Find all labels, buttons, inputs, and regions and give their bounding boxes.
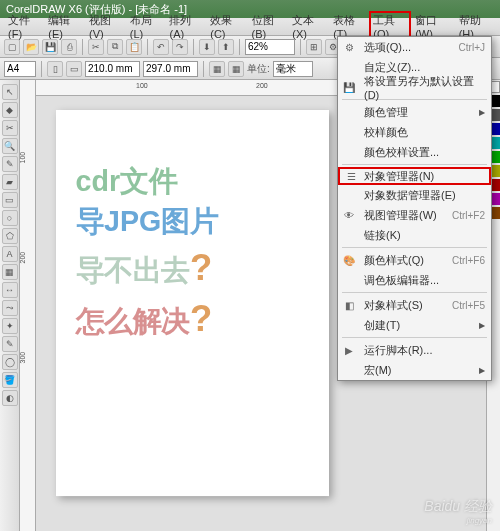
table-tool-icon[interactable]: ▦ bbox=[2, 264, 18, 280]
shape-tool-icon[interactable]: ◆ bbox=[2, 102, 18, 118]
menu-bitmap[interactable]: 位图(B) bbox=[248, 11, 289, 42]
menu-layout[interactable]: 布局(L) bbox=[126, 11, 166, 42]
menu-item-options[interactable]: ⚙ 选项(Q)... Ctrl+J bbox=[338, 37, 491, 57]
cut-icon[interactable]: ✂ bbox=[88, 39, 104, 55]
separator bbox=[193, 39, 194, 55]
style-icon: ◧ bbox=[342, 298, 356, 312]
question-mark: ? bbox=[190, 247, 212, 287]
menu-item-object-styles[interactable]: ◧ 对象样式(S) Ctrl+F5 bbox=[338, 295, 491, 315]
orientation-landscape-icon[interactable]: ▭ bbox=[66, 61, 82, 77]
dimension-tool-icon[interactable]: ↔ bbox=[2, 282, 18, 298]
menu-item-object-manager[interactable]: ☰ 对象管理器(N) bbox=[338, 167, 491, 185]
page-height-input[interactable] bbox=[143, 61, 198, 77]
page-icon2[interactable]: ▦ bbox=[228, 61, 244, 77]
menu-separator bbox=[342, 337, 487, 338]
ruler-tick: 200 bbox=[256, 82, 268, 89]
menu-item-run-script[interactable]: ▶ 运行脚本(R)... bbox=[338, 340, 491, 360]
paste-icon[interactable]: 📋 bbox=[126, 39, 142, 55]
menu-item-proof-settings[interactable]: 颜色校样设置... bbox=[338, 142, 491, 162]
text-tool-icon[interactable]: A bbox=[2, 246, 18, 262]
menu-bar: 文件(F) 编辑(E) 视图(V) 布局(L) 排列(A) 效果(C) 位图(B… bbox=[0, 18, 500, 36]
separator bbox=[203, 61, 204, 77]
ruler-tick: 100 bbox=[19, 152, 26, 164]
text-line-2: 导JPG图片 bbox=[76, 202, 310, 242]
menu-edit[interactable]: 编辑(E) bbox=[44, 11, 85, 42]
page-width-input[interactable] bbox=[85, 61, 140, 77]
pick-tool-icon[interactable]: ↖ bbox=[2, 84, 18, 100]
palette-icon: 🎨 bbox=[342, 253, 356, 267]
menu-item-view-manager[interactable]: 👁 视图管理器(W) Ctrl+F2 bbox=[338, 205, 491, 225]
ruler-tick: 100 bbox=[136, 82, 148, 89]
text-line-4: 怎么解决? bbox=[76, 293, 310, 344]
new-icon[interactable]: ▢ bbox=[4, 39, 20, 55]
separator bbox=[82, 39, 83, 55]
effects-tool-icon[interactable]: ✦ bbox=[2, 318, 18, 334]
fill-tool-icon[interactable]: 🪣 bbox=[2, 372, 18, 388]
menu-text[interactable]: 文本(X) bbox=[288, 11, 329, 42]
units-label: 单位: bbox=[247, 62, 270, 76]
layers-icon: ☰ bbox=[344, 169, 358, 183]
menu-item-color-styles[interactable]: 🎨 颜色样式(Q) Ctrl+F6 bbox=[338, 250, 491, 270]
menu-item-proof-color[interactable]: 校样颜色 bbox=[338, 122, 491, 142]
menu-separator bbox=[342, 292, 487, 293]
menu-item-color-management[interactable]: 颜色管理 ▶ bbox=[338, 102, 491, 122]
toolbox: ↖ ◆ ✂ 🔍 ✎ ▰ ▭ ○ ⬠ A ▦ ↔ ⤳ ✦ ✎ ◯ 🪣 ◐ bbox=[0, 80, 20, 531]
menu-item-macro[interactable]: 宏(M) ▶ bbox=[338, 360, 491, 380]
tools-menu-dropdown: ⚙ 选项(Q)... Ctrl+J 自定义(Z)... 💾 将设置另存为默认设置… bbox=[337, 36, 492, 381]
crop-tool-icon[interactable]: ✂ bbox=[2, 120, 18, 136]
connector-tool-icon[interactable]: ⤳ bbox=[2, 300, 18, 316]
ruler-tick: 200 bbox=[19, 252, 26, 264]
menu-arrange[interactable]: 排列(A) bbox=[165, 11, 206, 42]
chevron-right-icon: ▶ bbox=[479, 366, 485, 375]
menu-item-save-default[interactable]: 💾 将设置另存为默认设置(D) bbox=[338, 77, 491, 97]
page-content: cdr文件 导JPG图片 导不出去? 怎么解决? bbox=[56, 110, 329, 396]
print-icon[interactable]: ⎙ bbox=[61, 39, 77, 55]
page-size-select[interactable] bbox=[4, 61, 36, 77]
menu-separator bbox=[342, 247, 487, 248]
orientation-portrait-icon[interactable]: ▯ bbox=[47, 61, 63, 77]
menu-item-object-data-manager[interactable]: 对象数据管理器(E) bbox=[338, 185, 491, 205]
open-icon[interactable]: 📂 bbox=[23, 39, 39, 55]
chevron-right-icon: ▶ bbox=[479, 321, 485, 330]
polygon-tool-icon[interactable]: ⬠ bbox=[2, 228, 18, 244]
interactive-fill-icon[interactable]: ◐ bbox=[2, 390, 18, 406]
redo-icon[interactable]: ↷ bbox=[172, 39, 188, 55]
smart-fill-icon[interactable]: ▰ bbox=[2, 174, 18, 190]
save-icon[interactable]: 💾 bbox=[42, 39, 58, 55]
copy-icon[interactable]: ⧉ bbox=[107, 39, 123, 55]
freehand-tool-icon[interactable]: ✎ bbox=[2, 156, 18, 172]
snap-icon[interactable]: ⊞ bbox=[306, 39, 322, 55]
page-canvas[interactable]: cdr文件 导JPG图片 导不出去? 怎么解决? bbox=[56, 110, 329, 496]
import-icon[interactable]: ⬇ bbox=[199, 39, 215, 55]
separator bbox=[41, 61, 42, 77]
watermark: Baidu 经验 jingyan bbox=[424, 498, 492, 525]
question-mark: ? bbox=[190, 298, 212, 338]
eyedropper-icon[interactable]: ✎ bbox=[2, 336, 18, 352]
text-line-1: cdr文件 bbox=[76, 162, 310, 202]
menu-view[interactable]: 视图(V) bbox=[85, 11, 126, 42]
ruler-tick: 300 bbox=[19, 352, 26, 364]
menu-file[interactable]: 文件(F) bbox=[4, 11, 44, 42]
rectangle-tool-icon[interactable]: ▭ bbox=[2, 192, 18, 208]
outline-tool-icon[interactable]: ◯ bbox=[2, 354, 18, 370]
menu-effects[interactable]: 效果(C) bbox=[206, 11, 247, 42]
save-icon: 💾 bbox=[342, 80, 356, 94]
play-icon: ▶ bbox=[342, 343, 356, 357]
ruler-vertical: 100 200 300 bbox=[20, 80, 36, 531]
menu-item-link-manager[interactable]: 链接(K) bbox=[338, 225, 491, 245]
menu-separator bbox=[342, 164, 487, 165]
page-icon[interactable]: ▦ bbox=[209, 61, 225, 77]
separator bbox=[300, 39, 301, 55]
separator bbox=[147, 39, 148, 55]
eye-icon: 👁 bbox=[342, 208, 356, 222]
undo-icon[interactable]: ↶ bbox=[153, 39, 169, 55]
menu-item-create[interactable]: 创建(T) ▶ bbox=[338, 315, 491, 335]
zoom-input[interactable] bbox=[245, 39, 295, 55]
ellipse-tool-icon[interactable]: ○ bbox=[2, 210, 18, 226]
units-select[interactable] bbox=[273, 61, 313, 77]
menu-item-palette-editor[interactable]: 调色板编辑器... bbox=[338, 270, 491, 290]
zoom-tool-icon[interactable]: 🔍 bbox=[2, 138, 18, 154]
separator bbox=[239, 39, 240, 55]
chevron-right-icon: ▶ bbox=[479, 108, 485, 117]
export-icon[interactable]: ⬆ bbox=[218, 39, 234, 55]
